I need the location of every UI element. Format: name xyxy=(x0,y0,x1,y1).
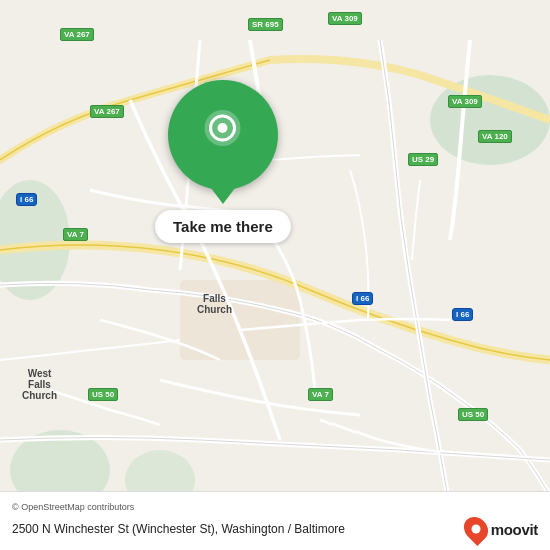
bottom-bar: © OpenStreetMap contributors 2500 N Winc… xyxy=(0,491,550,550)
location-pin-icon xyxy=(200,108,245,163)
label-falls-church: FallsChurch xyxy=(197,293,232,315)
moovit-logo: moovit xyxy=(465,516,538,542)
badge-va267-mid: VA 267 xyxy=(90,105,124,118)
take-me-there-button[interactable]: Take me there xyxy=(155,210,291,243)
address-row: 2500 N Winchester St (Winchester St), Wa… xyxy=(12,516,538,542)
badge-va309-top: VA 309 xyxy=(328,12,362,25)
map-popup: Take me there xyxy=(155,80,291,243)
badge-va7-left: VA 7 xyxy=(63,228,88,241)
label-west-falls-church: WestFallsChurch xyxy=(22,368,57,401)
badge-va267-top-left: VA 267 xyxy=(60,28,94,41)
moovit-pin-icon xyxy=(459,512,493,546)
badge-va7-bottom: VA 7 xyxy=(308,388,333,401)
badge-sr695: SR 695 xyxy=(248,18,283,31)
moovit-logo-text: moovit xyxy=(491,521,538,538)
popup-bubble xyxy=(168,80,278,190)
badge-us50-right: US 50 xyxy=(458,408,488,421)
svg-point-8 xyxy=(218,123,228,133)
map-container: VA 267 VA 267 SR 695 VA 309 VA 309 VA 12… xyxy=(0,0,550,550)
badge-us29: US 29 xyxy=(408,153,438,166)
map-attribution: © OpenStreetMap contributors xyxy=(12,502,538,512)
badge-va120: VA 120 xyxy=(478,130,512,143)
badge-va309-right: VA 309 xyxy=(448,95,482,108)
badge-i66-left: I 66 xyxy=(16,193,37,206)
badge-i66-mid: I 66 xyxy=(352,292,373,305)
svg-rect-5 xyxy=(180,280,300,360)
address-text: 2500 N Winchester St (Winchester St), Wa… xyxy=(12,521,455,538)
badge-us50-left: US 50 xyxy=(88,388,118,401)
badge-i66-right: I 66 xyxy=(452,308,473,321)
